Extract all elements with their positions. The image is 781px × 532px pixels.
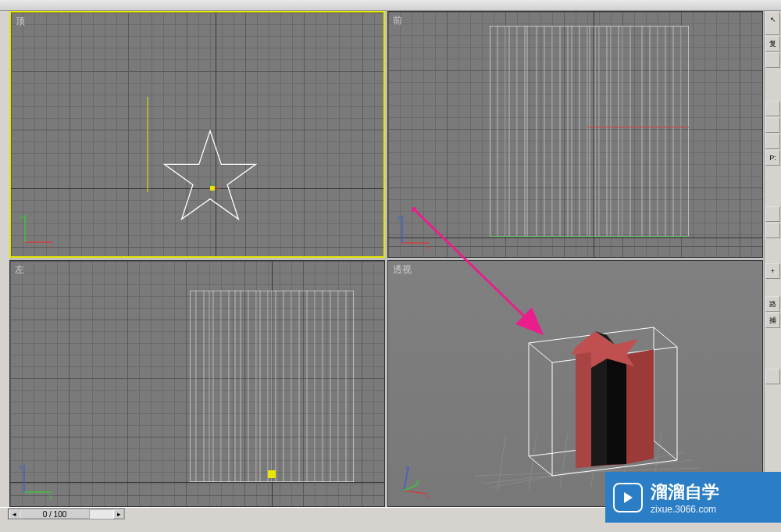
timeline-slider[interactable]: ◂ 0 / 100 ▸ <box>8 509 125 520</box>
play-icon <box>613 483 643 512</box>
top-toolbar[interactable] <box>0 0 781 11</box>
svg-line-90 <box>404 467 408 491</box>
star-3d-solid[interactable] <box>517 320 689 484</box>
origin-marker <box>205 180 220 196</box>
svg-text:z: z <box>398 214 401 221</box>
viewport-label-front: 前 <box>393 14 402 27</box>
panel-button[interactable] <box>765 101 780 116</box>
panel-button[interactable] <box>765 223 780 238</box>
axis-gizmo-persp: x y z <box>394 461 433 500</box>
panel-label: P: <box>765 150 780 166</box>
extrude-wireframe[interactable] <box>490 26 689 237</box>
star-wireframe[interactable] <box>159 126 261 227</box>
svg-text:x: x <box>427 244 430 251</box>
svg-text:y: y <box>20 213 23 220</box>
viewport-label-top: 顶 <box>16 15 25 28</box>
timeline-prev-icon[interactable]: ◂ <box>9 509 20 519</box>
axis-gizmo-left: y z <box>16 461 55 500</box>
viewport-top[interactable]: 顶 x y <box>9 11 385 258</box>
cursor-tool-icon[interactable]: ↖ <box>765 12 780 35</box>
panel-button[interactable]: 复 <box>765 36 780 52</box>
svg-marker-98 <box>624 492 633 503</box>
axis-gizmo-front: x z <box>394 212 433 251</box>
svg-text:x: x <box>426 493 429 500</box>
add-button[interactable]: + <box>765 263 780 279</box>
svg-rect-68 <box>268 470 276 478</box>
svg-marker-1 <box>165 131 256 220</box>
svg-line-91 <box>404 484 418 491</box>
panel-button[interactable] <box>765 134 780 149</box>
svg-marker-83 <box>626 349 654 464</box>
watermark-title: 溜溜自学 <box>651 480 719 504</box>
svg-text:y: y <box>49 493 52 500</box>
svg-line-89 <box>404 491 427 494</box>
viewport-grid: 顶 x y 前 <box>9 11 763 507</box>
panel-button[interactable] <box>765 206 780 222</box>
svg-text:z: z <box>20 463 23 470</box>
viewport-perspective[interactable]: 透视 <box>387 260 763 507</box>
axis-gizmo-top: x y <box>17 211 56 250</box>
panel-label: 路 <box>765 296 780 312</box>
svg-text:y: y <box>416 477 419 484</box>
panel-button[interactable] <box>765 369 780 384</box>
extrude-wireframe-left[interactable] <box>190 291 354 482</box>
viewport-front[interactable]: 前 <box>387 11 763 258</box>
right-command-panel[interactable]: ↖ 复 P: + 路 捕 <box>764 11 781 507</box>
axis-horizontal <box>388 237 762 238</box>
timeline-thumb[interactable]: 0 / 100 <box>20 509 90 519</box>
watermark: 溜溜自学 zixue.3066.com <box>605 472 781 523</box>
timeline-next-icon[interactable]: ▸ <box>113 509 124 519</box>
left-ruler <box>0 11 9 507</box>
svg-rect-9 <box>490 26 689 237</box>
panel-button[interactable] <box>765 52 780 68</box>
viewport-label-persp: 透视 <box>393 263 412 277</box>
panel-button[interactable] <box>765 117 780 133</box>
panel-label: 捕 <box>765 312 780 328</box>
svg-marker-84 <box>576 345 591 468</box>
timeline-track[interactable]: 0 / 100 <box>20 509 113 519</box>
viewport-left[interactable]: 左 y z <box>9 260 385 507</box>
svg-line-76 <box>497 437 505 491</box>
watermark-url: zixue.3066.com <box>651 504 719 515</box>
svg-text:z: z <box>405 463 408 470</box>
svg-rect-8 <box>210 186 215 191</box>
svg-text:x: x <box>50 243 53 250</box>
viewport-label-left: 左 <box>15 263 24 277</box>
